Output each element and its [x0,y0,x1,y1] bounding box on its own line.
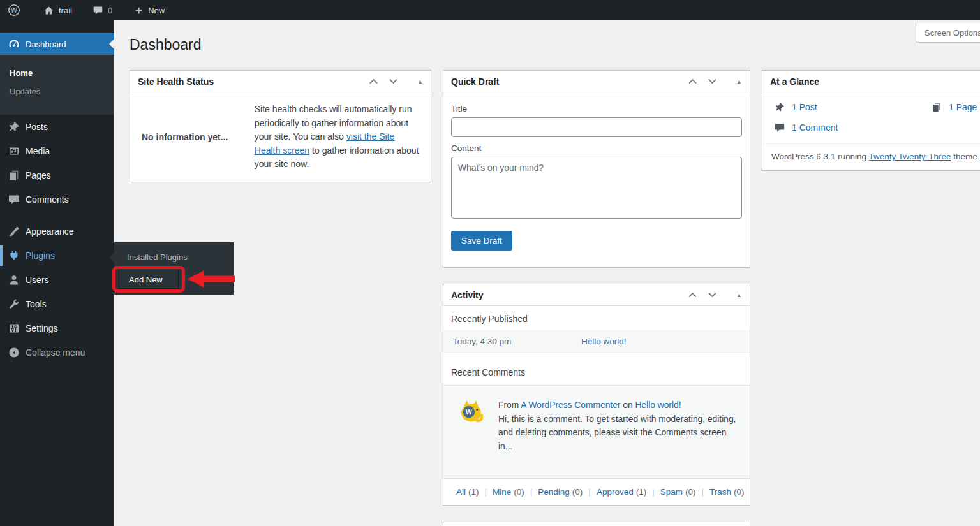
widget-title: Site Health Status [138,77,214,87]
screen-options-label: Screen Options [924,28,980,38]
filter-all: All(1) [456,487,479,497]
filter-link[interactable]: Pending [538,487,570,497]
admin-bar-new[interactable]: New [126,0,172,20]
version-text-pre: WordPress 6.3.1 running [771,152,869,161]
filter-separator: | [652,487,655,497]
filter-link[interactable]: Approved [597,487,634,497]
recent-comments-heading: Recent Comments [443,360,750,386]
sidebar-item-media[interactable]: Media [0,139,114,163]
sidebar-item-label: Media [26,146,50,156]
sidebar-item-label: Plugins [26,251,55,261]
sidebar-subitem-home[interactable]: Home [0,64,114,82]
published-post-row: Today, 4:30 pm Hello world! [443,330,750,353]
quick-draft-content-textarea[interactable] [451,157,742,219]
comment-filters: All(1) | Mine(0) | Pending(0) | Approved… [443,478,750,505]
glance-page-count-link[interactable]: 1 Page [949,102,977,112]
recently-published-heading: Recently Published [443,306,750,330]
home-icon [43,5,54,16]
filter-link[interactable]: Mine [493,487,511,497]
activity-widget: Activity ▲ Recently Published Today, 4:3… [443,284,750,506]
move-up-icon[interactable] [688,292,697,298]
move-up-icon[interactable] [369,78,378,84]
comment-on-text: on [620,400,635,410]
sidebar-item-comments[interactable]: Comments [0,187,114,212]
sidebar-item-plugins[interactable]: Plugins [0,244,114,268]
sidebar-item-appearance[interactable]: Appearance [0,219,114,244]
filter-link[interactable]: Trash [709,487,731,497]
glance-comment-count-link[interactable]: 1 Comment [792,122,838,133]
person-icon [8,274,20,286]
filter-pending: Pending(0) [538,487,583,497]
move-down-icon[interactable] [708,78,717,84]
filter-count: (0) [572,487,583,497]
glance-post-count-link[interactable]: 1 Post [792,102,817,112]
sidebar-item-label: Appearance [26,226,74,237]
site-name-link[interactable]: trail [36,0,80,20]
sidebar-item-posts[interactable]: Posts [0,115,114,139]
published-post-link[interactable]: Hello world! [581,337,627,346]
comment-from-text: From [498,400,521,410]
filter-separator: | [530,487,533,497]
menu-separator [0,212,114,219]
comment-excerpt: Hi, this is a comment. To get started wi… [498,413,742,454]
filter-link[interactable]: All [456,487,466,497]
admin-sidebar: Dashboard Home Updates Posts Media Pages [0,20,114,526]
filter-approved: Approved(1) [597,487,646,497]
move-down-icon[interactable] [389,78,398,84]
site-health-widget: Site Health Status ▲ No information yet.… [130,70,431,182]
collapse-toggle-icon[interactable]: ▲ [736,78,742,85]
sliders-icon [8,322,20,335]
wapuu-avatar: W [458,398,484,425]
sidebar-item-settings[interactable]: Settings [0,316,114,340]
widget-title: Quick Draft [451,77,499,87]
move-down-icon[interactable] [708,292,717,298]
collapse-menu-button[interactable]: Collapse menu [0,340,114,365]
filter-count: (0) [514,487,524,497]
sidebar-item-users[interactable]: Users [0,268,114,292]
filter-count: (1) [468,487,479,497]
wordpress-logo-icon: W [8,4,20,17]
filter-trash: Trash(0) [709,487,745,497]
quick-draft-body: Title Content Save Draft [443,92,750,258]
theme-link[interactable]: Twenty Twenty-Three [869,152,951,161]
admin-bar-comment-count: 0 [108,6,112,15]
move-up-icon[interactable] [688,78,697,84]
sidebar-item-tools[interactable]: Tools [0,292,114,316]
red-arrow-icon [188,270,235,289]
site-health-body: No information yet... Site health checks… [130,92,431,182]
comment-bubble-icon [93,5,103,16]
sidebar-subitem-updates[interactable]: Updates [0,82,114,101]
pages-icon [931,101,942,113]
flyout-notch [110,252,114,263]
svg-text:W: W [466,409,472,416]
flyout-item-installed-plugins[interactable]: Installed Plugins [114,248,234,267]
quick-draft-widget: Quick Draft ▲ Title Content Save Draft [443,70,750,268]
site-name-label: trail [59,6,72,15]
sidebar-item-dashboard[interactable]: Dashboard [0,33,114,55]
wordpress-logo-menu[interactable]: W [0,0,28,20]
widget-title: Activity [451,290,484,300]
collapse-toggle-icon[interactable]: ▲ [417,78,423,85]
filter-spam: Spam(0) [660,487,696,497]
published-date: Today, 4:30 pm [453,337,581,346]
collapse-icon [8,346,20,359]
comment-item: W From A WordPress Commenter on Hello wo… [443,386,750,478]
filter-separator: | [701,487,704,497]
plugins-active-bar [0,245,3,266]
media-icon [8,145,20,157]
sidebar-menu: Posts Media Pages Comments Appearance [0,115,114,365]
comment-post-link[interactable]: Hello world! [635,400,681,410]
comment-author-link[interactable]: A WordPress Commenter [521,400,620,410]
quick-draft-title-input[interactable] [451,117,742,137]
collapse-toggle-icon[interactable]: ▲ [736,292,742,298]
version-text-post: theme. [951,152,979,161]
sidebar-item-label: Comments [26,194,69,205]
screen-options-button[interactable]: Screen Options [916,23,980,43]
dashboard-submenu: Home Updates [0,55,114,115]
wordpress-version-text: WordPress 6.3.1 running Twenty Twenty-Th… [762,143,980,170]
save-draft-button[interactable]: Save Draft [451,231,512,251]
admin-bar: W trail 0 New [0,0,980,20]
filter-link[interactable]: Spam [660,487,683,497]
admin-bar-comments[interactable]: 0 [85,0,120,20]
sidebar-item-pages[interactable]: Pages [0,163,114,187]
